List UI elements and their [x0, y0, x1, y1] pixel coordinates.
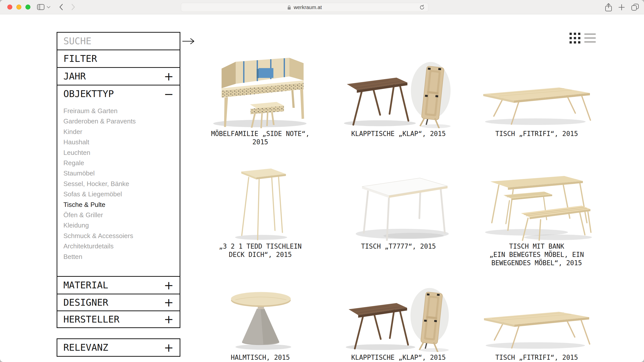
objekttyp-label: OBJEKTTYP	[63, 88, 164, 99]
product-image-long-table	[468, 34, 606, 128]
product-grid: MÖBELFAMILIE „SIDE NOTE“, 2015 KLAPPTISC…	[191, 34, 606, 362]
product-image-white-table	[329, 153, 467, 241]
category-regale[interactable]: Regale	[63, 158, 177, 168]
lock-icon	[287, 5, 291, 10]
filter-section-hersteller[interactable]: HERSTELLER +	[57, 310, 180, 327]
product-image-long-table	[468, 275, 606, 352]
sidebar-toggle-icon[interactable]	[37, 4, 45, 10]
browser-window: werkraum.at	[0, 0, 644, 362]
filter-section-group: MATERIAL + DESIGNER + HERSTELLER +	[57, 276, 180, 328]
product-tile[interactable]: MÖBELFAMILIE „SIDE NOTE“, 2015	[191, 34, 329, 153]
category-leuchten[interactable]: Leuchten	[63, 148, 177, 158]
category-freiraum-garten[interactable]: Freiraum & Garten	[63, 106, 177, 116]
expand-icon[interactable]: +	[164, 313, 174, 325]
product-caption: TISCH MIT BANK „EIN BEWEGTES MÖBEL, EIN …	[489, 241, 584, 267]
filter-sidebar: FILTER JAHR + OBJEKTTYP − Freiraum & Gar…	[57, 32, 180, 357]
search-box	[57, 32, 180, 50]
product-caption: KLAPPTISCHE „KLAP“, 2015	[351, 128, 446, 138]
product-tile[interactable]: TISCH „FITRIFI“, 2015	[468, 34, 606, 153]
category-kleidung[interactable]: Kleidung	[63, 220, 177, 231]
category-oefen-griller[interactable]: Öfen & Griller	[63, 210, 177, 220]
search-input[interactable]	[63, 36, 182, 47]
category-tische-pulte[interactable]: Tische & Pulte	[63, 200, 177, 210]
product-tile[interactable]: „3 2 1 TEDD TISCHLEIN DECK DICH“, 2015	[191, 153, 329, 275]
product-caption: TISCH „FITRIFI“, 2015	[495, 352, 578, 362]
category-betten[interactable]: Betten	[63, 252, 177, 262]
forward-button[interactable]	[71, 4, 75, 10]
category-architekturdetails[interactable]: Architekturdetails	[63, 241, 177, 251]
expand-icon[interactable]: +	[164, 342, 174, 353]
collapse-icon[interactable]: −	[164, 88, 174, 100]
filter-header-box: FILTER	[57, 50, 180, 68]
category-staumoebel[interactable]: Staumöbel	[63, 168, 177, 178]
expand-icon[interactable]: +	[164, 297, 174, 308]
traffic-lights	[7, 5, 30, 10]
filter-section-relevanz[interactable]: RELEVANZ +	[57, 338, 180, 357]
filter-section-jahr[interactable]: JAHR +	[57, 67, 180, 85]
address-bar[interactable]: werkraum.at	[181, 3, 428, 12]
fullscreen-window-button[interactable]	[25, 5, 30, 10]
category-kinder[interactable]: Kinder	[63, 127, 177, 137]
expand-icon[interactable]: +	[164, 71, 174, 82]
product-caption: HALMTISCH, 2015	[231, 352, 290, 362]
reload-icon[interactable]	[419, 5, 425, 10]
product-image-pedestal-table	[191, 275, 329, 352]
product-image-klap-tables	[329, 34, 467, 128]
expand-icon[interactable]: +	[164, 280, 174, 291]
url-text: werkraum.at	[294, 5, 322, 10]
category-list: Freiraum & Garten Garderoben & Paravents…	[57, 106, 180, 276]
hersteller-label: HERSTELLER	[63, 314, 164, 325]
product-tile[interactable]: KLAPPTISCHE „KLAP“, 2015	[329, 275, 467, 362]
product-tile[interactable]: TISCH MIT BANK „EIN BEWEGTES MÖBEL, EIN …	[468, 153, 606, 275]
close-window-button[interactable]	[7, 5, 12, 10]
material-label: MATERIAL	[63, 280, 164, 291]
minimize-window-button[interactable]	[16, 5, 21, 10]
category-sofas-liegemoebel[interactable]: Sofas & Liegemöbel	[63, 189, 177, 199]
product-caption: MÖBELFAMILIE „SIDE NOTE“, 2015	[211, 128, 309, 146]
share-icon[interactable]	[605, 3, 612, 12]
product-image-table-with-benches	[468, 153, 606, 241]
product-tile[interactable]: TISCH „FITRIFI“, 2015	[468, 275, 606, 362]
category-haushalt[interactable]: Haushalt	[63, 137, 177, 147]
product-tile[interactable]: TISCH „T7777“, 2015	[329, 153, 467, 275]
designer-label: DESIGNER	[63, 297, 164, 308]
jahr-label: JAHR	[63, 71, 164, 82]
category-schmuck-accessoiers[interactable]: Schmuck & Accessoiers	[63, 231, 177, 241]
toolbar-right-icons	[605, 0, 639, 14]
back-button[interactable]	[59, 4, 63, 10]
product-caption: „3 2 1 TEDD TISCHLEIN DECK DICH“, 2015	[219, 241, 302, 259]
product-caption: KLAPPTISCHE „KLAP“, 2015	[351, 352, 446, 362]
product-image-small-side-table	[191, 153, 329, 241]
relevanz-label: RELEVANZ	[63, 342, 164, 353]
filter-section-objekttyp: OBJEKTTYP − Freiraum & Garten Garderoben…	[57, 85, 180, 277]
chevron-down-icon[interactable]	[47, 6, 50, 8]
product-caption: TISCH „T7777“, 2015	[361, 241, 436, 251]
filter-title: FILTER	[63, 53, 174, 64]
product-image-desk-with-stool	[191, 34, 329, 128]
product-image-klap-tables	[329, 275, 467, 352]
browser-toolbar: werkraum.at	[0, 0, 644, 14]
category-garderoben-paravents[interactable]: Garderoben & Paravents	[63, 116, 177, 126]
filter-section-material[interactable]: MATERIAL +	[57, 277, 180, 294]
product-tile[interactable]: HALMTISCH, 2015	[191, 275, 329, 362]
product-caption: TISCH „FITRIFI“, 2015	[495, 128, 578, 138]
objekttyp-header[interactable]: OBJEKTTYP −	[57, 85, 180, 102]
category-sessel-hocker-baenke[interactable]: Sessel, Hocker, Bänke	[63, 179, 177, 189]
new-tab-icon[interactable]	[618, 4, 625, 11]
tab-overview-icon[interactable]	[631, 4, 639, 11]
product-tile[interactable]: KLAPPTISCHE „KLAP“, 2015	[329, 34, 467, 153]
filter-section-designer[interactable]: DESIGNER +	[57, 294, 180, 310]
